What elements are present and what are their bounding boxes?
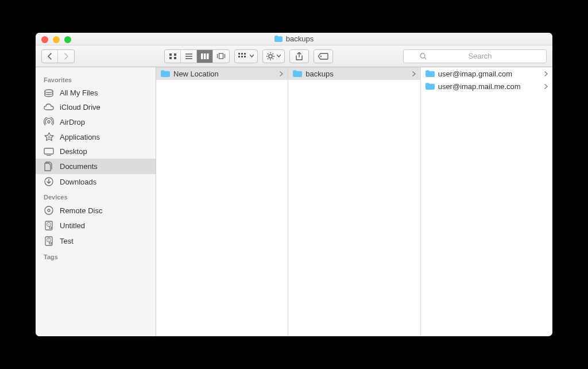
- icloud-icon: [44, 103, 54, 111]
- columns-browser: New Locationbackupsuser@imap.gmail.comus…: [156, 67, 552, 336]
- item-name: backups: [305, 70, 333, 78]
- svg-line-30: [424, 57, 426, 59]
- sidebar-item-label: Untitled: [60, 221, 85, 230]
- downloads-icon: [44, 177, 54, 186]
- item-name: user@imap.mail.me.com: [438, 82, 521, 91]
- sidebar-item-label: All My Files: [60, 89, 98, 97]
- svg-rect-7: [201, 53, 203, 59]
- svg-rect-18: [244, 56, 246, 57]
- svg-rect-10: [219, 53, 223, 59]
- svg-point-19: [269, 55, 272, 58]
- chevron-right-icon: [412, 71, 416, 76]
- item-name: user@imap.gmail.com: [438, 70, 513, 78]
- folder-icon: [425, 70, 435, 77]
- svg-rect-16: [238, 56, 240, 57]
- sidebar-item-airdrop[interactable]: AirDrop: [36, 114, 156, 129]
- sidebar-item-documents[interactable]: Documents: [36, 159, 156, 174]
- folder-icon: [161, 70, 170, 77]
- column: user@imap.gmail.comuser@imap.mail.me.com: [421, 67, 552, 336]
- item-name: New Location: [173, 70, 219, 78]
- all-my-files-icon: [44, 89, 54, 97]
- svg-rect-1: [174, 53, 176, 56]
- sidebar-item-remote-disc[interactable]: Remote Disc: [36, 203, 156, 218]
- sidebar-item-untitled[interactable]: Untitled: [36, 218, 156, 233]
- forward-button[interactable]: [58, 50, 74, 63]
- titlebar: backups: [36, 33, 552, 45]
- remote-disc-icon: [44, 206, 54, 215]
- svg-rect-3: [174, 57, 176, 59]
- svg-point-29: [420, 53, 425, 58]
- sidebar-item-label: iCloud Drive: [60, 103, 100, 112]
- share-button[interactable]: [289, 49, 309, 63]
- hdd-icon: [44, 221, 54, 230]
- chevron-right-icon: [544, 84, 548, 89]
- list-item[interactable]: user@imap.mail.me.com: [421, 80, 552, 93]
- chevron-down-icon: [250, 55, 254, 57]
- chevron-right-icon: [544, 71, 548, 76]
- chevron-right-icon: [280, 71, 283, 76]
- svg-point-28: [320, 55, 322, 56]
- sidebar-section-header: Devices: [36, 189, 156, 203]
- sidebar-item-label: Remote Disc: [60, 206, 102, 215]
- svg-rect-13: [238, 53, 240, 55]
- view-icons-button[interactable]: [165, 50, 181, 63]
- sidebar-item-label: Downloads: [60, 178, 96, 186]
- svg-rect-9: [207, 53, 209, 59]
- svg-rect-14: [241, 53, 243, 55]
- sidebar-item-all-my-files[interactable]: All My Files: [36, 86, 156, 100]
- sidebar-item-desktop[interactable]: Desktop: [36, 144, 156, 159]
- window-title: backups: [274, 34, 314, 43]
- toolbar: [36, 45, 552, 67]
- svg-line-25: [273, 58, 273, 59]
- desktop-icon: [44, 148, 54, 156]
- window-close-button[interactable]: [41, 36, 48, 43]
- search-field[interactable]: [403, 49, 547, 63]
- svg-rect-15: [244, 53, 246, 55]
- column: New Location: [156, 67, 288, 336]
- sidebar-section-header: Tags: [36, 249, 156, 263]
- list-item[interactable]: New Location: [156, 67, 288, 80]
- documents-icon: [44, 162, 54, 171]
- list-item[interactable]: user@imap.gmail.com: [421, 67, 552, 80]
- sidebar-item-label: Test: [60, 237, 74, 245]
- view-mode-segment: [164, 49, 230, 63]
- applications-icon: A: [44, 132, 54, 141]
- svg-text:A: A: [48, 135, 51, 139]
- window-title-text: backups: [286, 34, 314, 43]
- folder-icon: [274, 36, 283, 42]
- nav-back-forward: [41, 49, 75, 63]
- window-zoom-button[interactable]: [64, 36, 71, 43]
- svg-point-38: [48, 209, 50, 212]
- search-input[interactable]: [430, 52, 530, 60]
- sidebar-item-downloads[interactable]: Downloads: [36, 174, 156, 189]
- svg-point-45: [48, 240, 49, 241]
- arrange-button[interactable]: [234, 49, 258, 63]
- list-item[interactable]: backups: [288, 67, 420, 80]
- svg-rect-17: [241, 56, 243, 57]
- back-button[interactable]: [42, 50, 58, 63]
- window-minimize-button[interactable]: [53, 36, 60, 43]
- view-list-button[interactable]: [181, 50, 197, 63]
- svg-point-31: [45, 90, 53, 93]
- sidebar-item-icloud-drive[interactable]: iCloud Drive: [36, 100, 156, 114]
- svg-rect-2: [169, 57, 172, 59]
- svg-rect-8: [204, 53, 206, 59]
- sidebar-item-applications[interactable]: AApplications: [36, 129, 156, 144]
- sidebar-section-header: Favorites: [36, 72, 156, 86]
- svg-line-26: [273, 53, 273, 54]
- search-icon: [420, 53, 427, 60]
- view-columns-button[interactable]: [197, 50, 213, 63]
- action-button[interactable]: [262, 49, 285, 63]
- sidebar-item-test[interactable]: Test: [36, 233, 156, 249]
- airdrop-icon: [44, 117, 54, 126]
- traffic-lights: [41, 36, 71, 43]
- folder-icon: [425, 83, 435, 90]
- view-coverflow-button[interactable]: [213, 50, 229, 63]
- sidebar-item-label: AirDrop: [60, 118, 85, 126]
- svg-line-27: [268, 58, 268, 59]
- folder-icon: [293, 70, 302, 77]
- chevron-down-icon: [277, 55, 281, 57]
- hdd-icon: [44, 236, 54, 246]
- svg-rect-46: [49, 243, 52, 244]
- tags-button[interactable]: [314, 49, 333, 63]
